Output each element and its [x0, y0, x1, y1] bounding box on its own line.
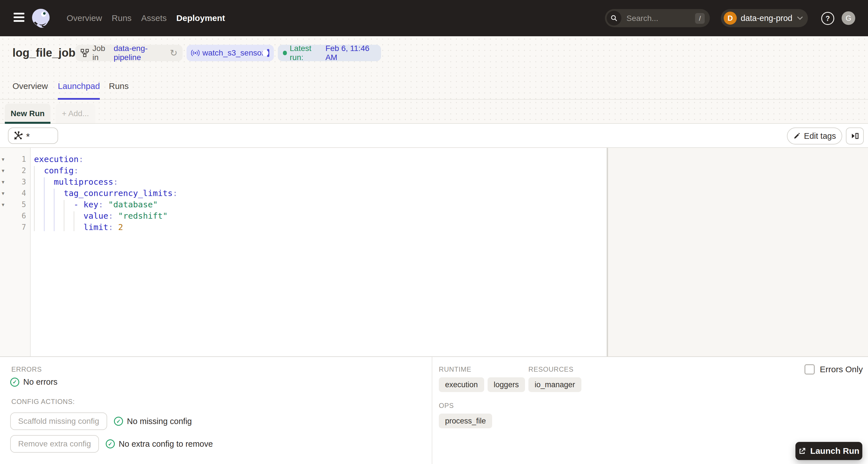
config-scope-pill[interactable]: io_manager — [528, 377, 581, 392]
help-icon[interactable]: ? — [821, 12, 834, 24]
code-line[interactable]: tag_concurrency_limits: — [31, 188, 607, 199]
check-circle-icon: ✓ — [106, 439, 115, 449]
errors-only-control[interactable]: Errors Only — [805, 364, 863, 374]
search-icon — [607, 11, 621, 26]
indent-guide — [74, 211, 74, 231]
nav-link-runs[interactable]: Runs — [112, 13, 131, 23]
gutter-line: ▾2 — [0, 165, 30, 176]
add-config-tab-button[interactable]: + Add... — [56, 104, 95, 123]
bottom-panel: ERRORS ✓ No errors CONFIG ACTIONS: Scaff… — [0, 356, 868, 464]
code-line[interactable]: value: "redshift" — [31, 210, 607, 222]
search-box[interactable]: / — [605, 9, 710, 27]
deployment-avatar: D — [724, 11, 737, 25]
runtime-heading: RUNTIME — [439, 365, 471, 373]
config-tab-underline — [5, 122, 51, 124]
fold-arrow-icon[interactable]: ▾ — [0, 167, 11, 174]
job-location-pill: Job in data-eng-pipeline ↻ — [75, 45, 183, 61]
deployment-switcher[interactable]: D data-eng-prod — [721, 9, 808, 27]
op-graph-icon — [13, 131, 23, 141]
line-number: 4 — [11, 189, 30, 197]
ops-pills: process_file — [439, 413, 492, 428]
config-scope-pill[interactable]: process_file — [439, 413, 492, 428]
user-avatar[interactable]: G — [842, 11, 855, 25]
nav-link-deployment[interactable]: Deployment — [176, 13, 225, 23]
sensor-icon — [191, 49, 199, 57]
code-line[interactable]: limit: 2 — [31, 222, 607, 233]
gutter-line: ▾1 — [0, 154, 30, 165]
config-tab-new-run[interactable]: New Run — [5, 104, 51, 123]
tab-overview[interactable]: Overview — [12, 73, 48, 99]
bottom-panel-divider — [432, 357, 432, 464]
launchpad-config-tabs: New Run + Add... — [0, 100, 868, 124]
extra-config-status-text: No extra config to remove — [119, 439, 213, 449]
editor-gutter: ▾1▾2▾3▾4▾567 — [0, 148, 31, 356]
search-input[interactable] — [626, 9, 687, 28]
config-scope-pill[interactable]: loggers — [488, 377, 525, 392]
tab-launchpad[interactable]: Launchpad — [58, 73, 100, 99]
resources-pills: io_manager — [528, 377, 581, 392]
editor-right-pane — [608, 148, 868, 356]
job-header: log_file_job Job in data-eng-pipeline ↻ — [0, 36, 868, 73]
code-line[interactable]: config: — [31, 165, 607, 176]
job-tabs: Overview Launchpad Runs — [0, 73, 868, 100]
edit-tags-label: Edit tags — [804, 131, 836, 141]
indent-guide — [54, 189, 55, 231]
sensor-pill: watch_s3_sensor — [187, 45, 274, 61]
dagster-logo-icon — [31, 7, 53, 29]
scaffold-missing-config-button[interactable]: Scaffold missing config — [10, 412, 107, 430]
hamburger-menu-icon[interactable] — [13, 13, 24, 24]
editor-code[interactable]: execution: config: multiprocess: tag_con… — [31, 148, 607, 356]
fold-arrow-icon[interactable]: ▾ — [0, 156, 11, 163]
op-selector-input[interactable]: * — [8, 128, 58, 144]
ops-heading: OPS — [439, 402, 454, 409]
pencil-icon — [793, 132, 801, 140]
sensor-toggle[interactable] — [267, 49, 269, 57]
gutter-line: ▾5 — [0, 199, 30, 210]
config-actions-heading: CONFIG ACTIONS: — [11, 398, 75, 406]
remove-action-row: Remove extra config ✓ No extra config to… — [10, 435, 213, 453]
fold-arrow-icon[interactable]: ▾ — [0, 190, 11, 197]
sensor-link[interactable]: watch_s3_sensor — [203, 48, 264, 58]
check-circle-icon: ✓ — [114, 417, 123, 426]
run-status-dot — [283, 51, 287, 55]
errors-only-checkbox[interactable] — [805, 364, 815, 374]
launch-run-button[interactable]: Launch Run — [796, 442, 862, 460]
nav-links: Overview Runs Assets Deployment — [67, 0, 225, 36]
line-number: 6 — [11, 211, 30, 220]
fold-arrow-icon[interactable]: ▾ — [0, 201, 11, 208]
job-in-label: Job in — [92, 44, 110, 62]
runtime-pills: executionloggers — [439, 377, 525, 392]
pipeline-link[interactable]: data-eng-pipeline — [114, 44, 165, 62]
refresh-icon[interactable]: ↻ — [170, 47, 178, 58]
check-circle-icon: ✓ — [10, 377, 19, 387]
config-scope-pill[interactable]: execution — [439, 377, 484, 392]
fold-arrow-icon[interactable]: ▾ — [0, 179, 11, 185]
line-number: 5 — [11, 200, 30, 209]
edit-tags-button[interactable]: Edit tags — [787, 128, 842, 144]
op-selector-value: * — [26, 132, 30, 141]
line-number: 3 — [11, 177, 30, 186]
tab-runs[interactable]: Runs — [109, 73, 129, 99]
launchpad-toolbar: * Edit tags — [0, 124, 868, 148]
latest-run-link[interactable]: Feb 6, 11:46 AM — [326, 44, 376, 62]
chevron-down-icon — [797, 16, 803, 20]
indent-guide — [64, 200, 64, 231]
scaffold-action-row: Scaffold missing config ✓ No missing con… — [10, 412, 192, 430]
line-number: 1 — [11, 155, 30, 163]
extra-config-status: ✓ No extra config to remove — [106, 439, 213, 449]
top-nav: Overview Runs Assets Deployment / D data… — [0, 0, 868, 36]
expand-panel-icon — [851, 132, 859, 140]
expand-panel-button[interactable] — [846, 128, 864, 144]
errors-heading: ERRORS — [11, 365, 42, 373]
gutter-line: 6 — [0, 210, 30, 222]
line-number: 2 — [11, 166, 30, 175]
code-line[interactable]: execution: — [31, 154, 607, 165]
nav-link-overview[interactable]: Overview — [67, 13, 102, 23]
nav-link-assets[interactable]: Assets — [141, 13, 167, 23]
missing-config-status: ✓ No missing config — [114, 417, 192, 426]
code-line[interactable]: - key: "database" — [31, 199, 607, 210]
config-editor[interactable]: ▾1▾2▾3▾4▾567 execution: config: multipro… — [0, 148, 607, 356]
launch-icon — [798, 447, 806, 455]
remove-extra-config-button[interactable]: Remove extra config — [10, 435, 99, 453]
code-line[interactable]: multiprocess: — [31, 176, 607, 188]
